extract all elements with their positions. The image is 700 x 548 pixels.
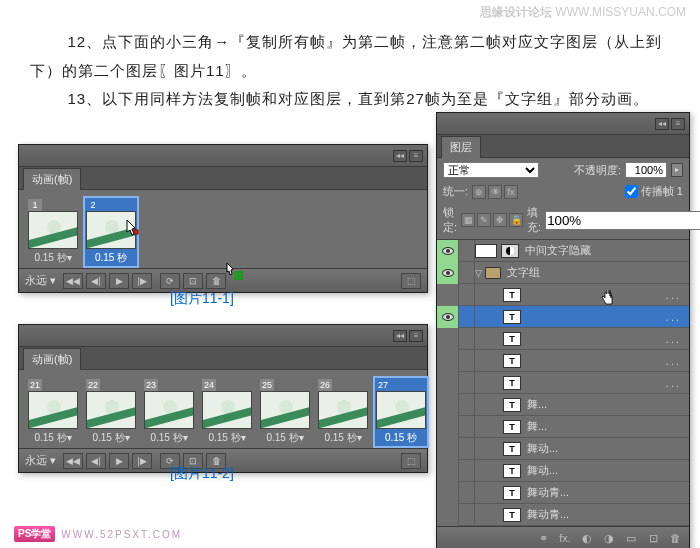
tab-animation[interactable]: 动画(帧) [23, 348, 81, 370]
lock-column[interactable] [459, 350, 475, 372]
visibility-toggle[interactable] [437, 284, 459, 306]
prev-frame-button[interactable]: ◀| [86, 453, 106, 469]
animation-frame[interactable]: 22 0.15 秒▾ [83, 376, 139, 448]
menu-icon[interactable]: ≡ [409, 330, 423, 342]
unify-visibility-icon[interactable]: 👁 [488, 185, 502, 199]
layer-row[interactable]: T 舞... [437, 394, 689, 416]
layer-row[interactable]: T 舞... [437, 416, 689, 438]
fx-icon[interactable]: fx. [557, 532, 573, 546]
lock-column[interactable] [459, 284, 475, 306]
adjustment-icon[interactable]: ◑ [601, 532, 617, 546]
lock-column[interactable] [459, 504, 475, 526]
lock-column[interactable] [459, 306, 475, 328]
expand-triangle-icon[interactable]: ▽ [475, 268, 485, 278]
frame-duration[interactable]: 0.15 秒▾ [202, 429, 252, 445]
new-layer-icon[interactable]: ⊡ [645, 532, 661, 546]
visibility-toggle[interactable] [437, 504, 459, 526]
loop-select[interactable]: 永远 ▾ [25, 453, 60, 468]
play-button[interactable]: ▶ [109, 273, 129, 289]
convert-timeline-button[interactable]: ⬚ [401, 453, 421, 469]
lock-column[interactable] [459, 262, 475, 284]
visibility-toggle[interactable] [437, 240, 459, 262]
visibility-toggle[interactable] [437, 460, 459, 482]
lock-column[interactable] [459, 372, 475, 394]
frame-duration[interactable]: 0.15 秒▾ [86, 429, 136, 445]
layer-row[interactable]: T ... [437, 284, 689, 306]
duplicate-frame-button[interactable]: ⊡ [183, 273, 203, 289]
animation-frame[interactable]: 1 0.15 秒▾ [25, 196, 81, 268]
frame-duration[interactable]: 0.15 秒 [376, 429, 426, 445]
lock-column[interactable] [459, 460, 475, 482]
visibility-toggle[interactable] [437, 416, 459, 438]
play-button[interactable]: ▶ [109, 453, 129, 469]
lock-column[interactable] [459, 438, 475, 460]
animation-frame[interactable]: 21 0.15 秒▾ [25, 376, 81, 448]
animation-frame[interactable]: 27 0.15 秒 [373, 376, 429, 448]
group-icon[interactable]: ▭ [623, 532, 639, 546]
frame-duration[interactable]: 0.15 秒▾ [28, 249, 78, 265]
frame-duration[interactable]: 0.15 秒▾ [318, 429, 368, 445]
layer-row[interactable]: T ... [437, 328, 689, 350]
delete-frame-button[interactable]: 🗑 [206, 273, 226, 289]
animation-frame[interactable]: 24 0.15 秒▾ [199, 376, 255, 448]
frame-duration[interactable]: 0.15 秒▾ [144, 429, 194, 445]
visibility-toggle[interactable] [437, 372, 459, 394]
frame-duration[interactable]: 0.15 秒▾ [28, 429, 78, 445]
fill-input[interactable] [545, 211, 700, 230]
delete-layer-icon[interactable]: 🗑 [667, 532, 683, 546]
blend-mode-select[interactable]: 正常 [443, 162, 539, 178]
visibility-toggle[interactable] [437, 328, 459, 350]
convert-timeline-button[interactable]: ⬚ [401, 273, 421, 289]
layer-row[interactable]: T ... [437, 306, 689, 328]
lock-position-icon[interactable]: ✥ [493, 213, 507, 227]
visibility-toggle[interactable] [437, 438, 459, 460]
lock-pixels-icon[interactable]: ✎ [477, 213, 491, 227]
first-frame-button[interactable]: ◀◀ [63, 273, 83, 289]
next-frame-button[interactable]: |▶ [132, 273, 152, 289]
layer-row[interactable]: T ... [437, 372, 689, 394]
unify-position-icon[interactable]: ⊕ [472, 185, 486, 199]
visibility-toggle[interactable] [437, 350, 459, 372]
frame-duration[interactable]: 0.15 秒 [86, 249, 136, 265]
animation-frame[interactable]: 23 0.15 秒▾ [141, 376, 197, 448]
link-layers-icon[interactable]: ⚭ [535, 532, 551, 546]
layer-row[interactable]: 中间文字隐藏 [437, 240, 689, 262]
next-frame-button[interactable]: |▶ [132, 453, 152, 469]
animation-frame[interactable]: 25 0.15 秒▾ [257, 376, 313, 448]
layer-row[interactable]: T 舞动青... [437, 482, 689, 504]
menu-icon[interactable]: ≡ [671, 118, 685, 130]
unify-style-icon[interactable]: fx [504, 185, 518, 199]
mask-icon[interactable]: ◐ [579, 532, 595, 546]
visibility-toggle[interactable] [437, 306, 459, 328]
visibility-toggle[interactable] [437, 482, 459, 504]
tab-animation[interactable]: 动画(帧) [23, 168, 81, 190]
visibility-toggle[interactable] [437, 394, 459, 416]
lock-column[interactable] [459, 240, 475, 262]
propagate-frame-checkbox[interactable]: 传播帧 1 [625, 184, 683, 199]
layer-row[interactable]: T 舞动... [437, 438, 689, 460]
lock-column[interactable] [459, 394, 475, 416]
visibility-toggle[interactable] [437, 262, 459, 284]
minimize-icon[interactable]: ◂◂ [393, 330, 407, 342]
layer-row[interactable]: T 舞动... [437, 460, 689, 482]
first-frame-button[interactable]: ◀◀ [63, 453, 83, 469]
minimize-icon[interactable]: ◂◂ [655, 118, 669, 130]
minimize-icon[interactable]: ◂◂ [393, 150, 407, 162]
tab-layers[interactable]: 图层 [441, 136, 481, 158]
frame-duration[interactable]: 0.15 秒▾ [260, 429, 310, 445]
prev-frame-button[interactable]: ◀| [86, 273, 106, 289]
animation-frame[interactable]: 26 0.15 秒▾ [315, 376, 371, 448]
lock-column[interactable] [459, 328, 475, 350]
menu-icon[interactable]: ≡ [409, 150, 423, 162]
lock-column[interactable] [459, 482, 475, 504]
lock-transparent-icon[interactable]: ▦ [461, 213, 475, 227]
opacity-arrow-icon[interactable]: ▸ [671, 163, 683, 177]
tween-button[interactable]: ⟳ [160, 273, 180, 289]
layer-row[interactable]: T ... [437, 350, 689, 372]
layer-row[interactable]: ▽ 文字组 [437, 262, 689, 284]
lock-column[interactable] [459, 416, 475, 438]
lock-all-icon[interactable]: 🔒 [509, 213, 523, 227]
loop-select[interactable]: 永远 ▾ [25, 273, 60, 288]
opacity-input[interactable] [625, 162, 667, 178]
layer-row[interactable]: T 舞动青... [437, 504, 689, 526]
